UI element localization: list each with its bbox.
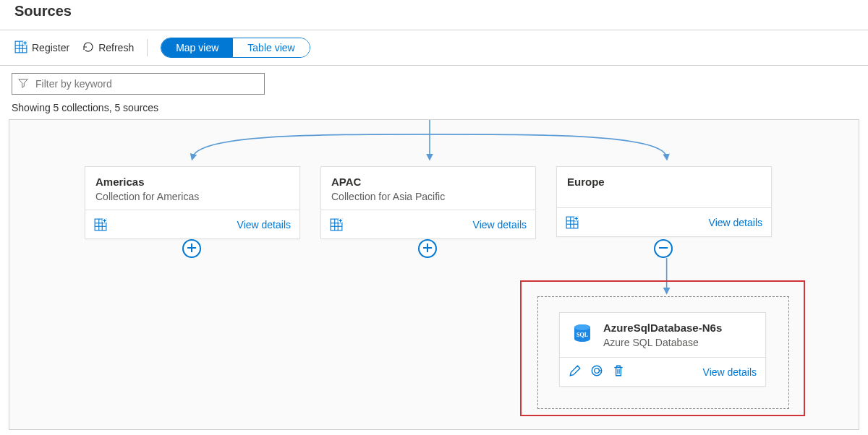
refresh-icon <box>82 41 94 55</box>
card-title: Americas <box>95 176 289 188</box>
map-view-tab[interactable]: Map view <box>161 38 233 57</box>
svg-point-28 <box>595 369 600 374</box>
register-inline-icon[interactable] <box>566 216 579 229</box>
collection-card-apac[interactable]: APAC Collection for Asia Pacific View de… <box>320 166 536 239</box>
view-toggle: Map view Table view <box>161 38 310 58</box>
filter-icon <box>18 78 28 90</box>
source-name: AzureSqlDatabase-N6s <box>603 322 722 334</box>
source-type: Azure SQL Database <box>603 337 722 348</box>
plus-icon <box>422 243 433 255</box>
collection-card-americas[interactable]: Americas Collection for Americas View de… <box>85 166 300 239</box>
refresh-label: Refresh <box>98 42 134 53</box>
canvas[interactable]: Americas Collection for Americas View de… <box>9 119 859 430</box>
collection-card-europe[interactable]: Europe View details <box>556 166 772 237</box>
source-card[interactable]: SQL AzureSqlDatabase-N6s Azure SQL Datab… <box>559 312 766 387</box>
filter-input[interactable] <box>34 77 258 90</box>
filter-input-wrapper[interactable] <box>12 73 265 95</box>
source-view-details-link[interactable]: View details <box>703 366 757 378</box>
toolbar-divider <box>147 39 148 56</box>
register-icon <box>14 40 27 56</box>
register-label: Register <box>32 42 69 53</box>
card-title: Europe <box>567 176 761 188</box>
plus-icon <box>187 243 197 255</box>
sql-database-icon: SQL <box>570 322 595 346</box>
expand-button-apac[interactable] <box>418 239 437 258</box>
filter-row <box>12 66 856 99</box>
edit-icon[interactable] <box>569 364 582 379</box>
delete-icon[interactable] <box>612 364 625 379</box>
register-button[interactable]: Register <box>14 40 69 56</box>
expand-button-americas[interactable] <box>182 239 201 258</box>
svg-point-25 <box>574 324 590 330</box>
svg-text:SQL: SQL <box>576 332 588 338</box>
card-title: APAC <box>331 176 525 188</box>
view-details-link[interactable]: View details <box>473 219 527 231</box>
scan-icon[interactable] <box>590 364 603 379</box>
refresh-button[interactable]: Refresh <box>82 41 134 55</box>
card-subtitle: Collection for Asia Pacific <box>331 191 525 202</box>
collapse-button-europe[interactable] <box>654 239 673 258</box>
view-details-link[interactable]: View details <box>709 217 762 228</box>
count-text: Showing 5 collections, 5 sources <box>12 99 856 119</box>
register-inline-icon[interactable] <box>330 218 343 231</box>
page-title: Sources <box>0 0 868 30</box>
table-view-tab[interactable]: Table view <box>233 38 309 57</box>
minus-icon <box>658 243 668 255</box>
view-details-link[interactable]: View details <box>237 219 291 231</box>
register-inline-icon[interactable] <box>94 218 107 231</box>
card-subtitle: Collection for Americas <box>95 191 289 202</box>
toolbar: Register Refresh Map view Table view <box>0 30 868 66</box>
